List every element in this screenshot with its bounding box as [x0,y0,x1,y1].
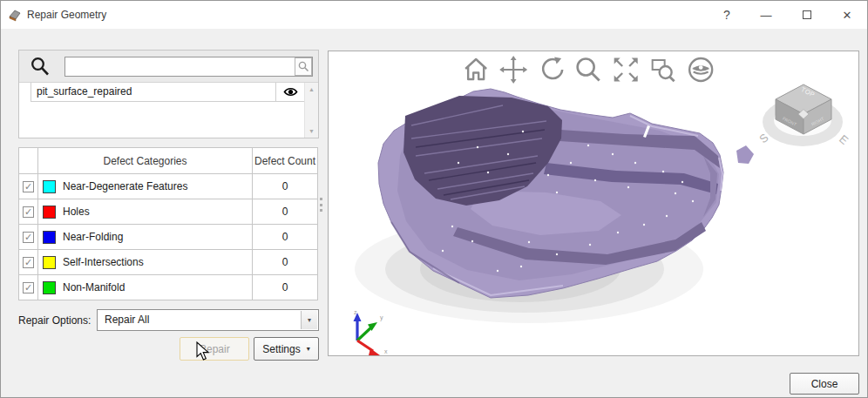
pan-icon[interactable] [498,55,528,84]
minimize-button[interactable]: — [753,1,779,29]
close-window-button[interactable]: ✕ [834,1,860,29]
search-tree-panel: pit_surface_repaired ▲ ▼ [18,50,319,138]
settings-button[interactable]: Settings ▾ [254,337,319,361]
repair-options-value: Repair All [105,310,149,330]
eye-icon [283,86,298,98]
list-item[interactable]: pit_surface_repaired [19,83,304,102]
help-button[interactable]: ? [714,1,740,29]
scene-viewport[interactable]: TOP FRONT RIGHT S E z y x [328,51,859,356]
scroll-down-icon[interactable]: ▼ [305,128,318,134]
header-select [19,148,38,174]
row-checkbox[interactable]: ✓ [23,206,34,218]
maximize-icon [803,10,811,19]
window-title: Repair Geometry [27,1,106,29]
color-swatch[interactable] [43,256,56,269]
category-label: Self-Intersections [63,256,144,268]
home-icon[interactable] [461,55,491,84]
color-swatch[interactable] [43,206,56,219]
repair-button[interactable]: Repair [180,337,249,361]
row-checkbox[interactable]: ✓ [23,181,34,192]
mini-search-icon [298,61,309,72]
repair-geometry-dialog: Repair Geometry ? — ✕ pit_surface_repair… [0,0,868,398]
repair-options-select[interactable]: Repair All ▾ [97,309,319,331]
mouse-cursor [196,341,212,361]
caret-down-icon: ▾ [307,345,310,353]
close-button[interactable]: Close [790,373,859,395]
compass-east-label: E [837,132,849,147]
surface-list: pit_surface_repaired [19,83,304,138]
search-input[interactable] [64,57,313,77]
combo-caret-icon[interactable]: ▾ [301,311,317,329]
search-icon [31,57,50,77]
defect-count: 0 [253,275,318,300]
row-checkbox[interactable]: ✓ [23,257,34,268]
maximize-button[interactable] [794,1,820,29]
table-row: ✓ Holes 0 [19,199,318,225]
panel-splitter-handle[interactable] [320,198,322,212]
color-swatch[interactable] [43,231,56,244]
tree-scrollbar[interactable]: ▲ ▼ [304,83,318,138]
rotate-icon[interactable] [536,55,566,84]
defect-count: 0 [253,174,318,199]
category-label: Holes [63,206,90,218]
color-swatch[interactable] [43,180,56,193]
settings-label: Settings [262,343,300,355]
row-checkbox[interactable]: ✓ [23,282,34,293]
look-around-icon[interactable] [686,55,715,84]
view-cube[interactable]: TOP FRONT RIGHT S E [758,81,849,154]
table-row: ✓ Near-Folding 0 [19,225,318,250]
table-row: ✓ Non-Manifold 0 [19,275,318,300]
axis-z-label: z [354,309,357,315]
row-checkbox[interactable]: ✓ [23,232,34,243]
axis-triad: z y x [344,307,393,360]
visibility-toggle[interactable] [276,83,304,102]
app-surface-icon [8,8,22,22]
viewport-toolbar [461,55,715,84]
defect-count: 0 [253,199,318,225]
axis-x-label: x [384,348,388,354]
category-label: Near-Degenerate Features [63,180,187,192]
search-go-button[interactable] [295,57,312,76]
zoom-window-icon[interactable] [648,55,678,84]
table-header-row: Defect Categories Defect Count [19,148,318,174]
search-strip [19,51,318,83]
category-label: Non-Manifold [63,281,125,293]
defect-table: Defect Categories Defect Count ✓ Near-De… [18,147,318,300]
axis-y-label: y [380,314,383,321]
category-label: Near-Folding [63,231,123,243]
table-row: ✓ Near-Degenerate Features 0 [19,174,318,199]
defect-count: 0 [253,250,318,275]
scroll-up-icon[interactable]: ▲ [305,86,318,92]
surface-name[interactable]: pit_surface_repaired [31,83,276,102]
defect-count: 0 [253,225,318,250]
title-bar: Repair Geometry ? — ✕ [1,1,867,29]
repair-options-label: Repair Options: [18,314,91,327]
color-swatch[interactable] [43,281,56,294]
header-count: Defect Count [253,148,318,174]
zoom-fit-icon[interactable] [611,55,641,84]
header-category: Defect Categories [38,148,253,174]
zoom-icon[interactable] [573,55,603,84]
table-row: ✓ Self-Intersections 0 [19,250,318,275]
